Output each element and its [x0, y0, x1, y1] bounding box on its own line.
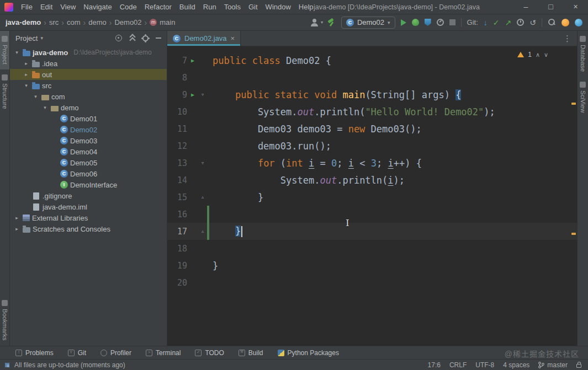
- tree-item-demointerface[interactable]: IDemoInterface: [10, 179, 167, 190]
- maximize-button[interactable]: □: [538, 0, 563, 14]
- menu-window[interactable]: Window: [262, 0, 295, 14]
- git-commit-button[interactable]: ✓: [493, 18, 500, 27]
- indent-setting[interactable]: 4 spaces: [503, 361, 529, 369]
- select-opened-file-icon[interactable]: [115, 35, 122, 41]
- menu-edit[interactable]: Edit: [36, 0, 56, 14]
- menu-file[interactable]: File: [17, 0, 36, 14]
- run-gutter-icon[interactable]: ▶: [187, 57, 198, 63]
- tree-item-com[interactable]: ▾com: [10, 91, 167, 102]
- profiler-button[interactable]: [437, 19, 444, 26]
- code-line-13[interactable]: 13▿ for (int i = 0; i < 3; i++) {: [167, 154, 577, 171]
- tree-item-gitignore[interactable]: .gitignore: [10, 190, 167, 201]
- code-line-11[interactable]: 11 Demo03 demo03 = new Demo03();: [167, 120, 577, 137]
- toolwindow-button-problems[interactable]: Problems: [15, 349, 54, 357]
- tree-item-java-demo[interactable]: ▾java-demoD:\IdeaProjects\java-demo: [10, 47, 167, 58]
- menu-run[interactable]: Run: [199, 0, 220, 14]
- collapse-all-icon[interactable]: [129, 35, 135, 41]
- menu-tools[interactable]: Tools: [220, 0, 245, 14]
- line-number[interactable]: 17: [167, 227, 187, 237]
- toolwindow-button-todo[interactable]: TODO: [195, 349, 224, 357]
- code-line-8[interactable]: 8: [167, 69, 577, 86]
- line-number[interactable]: 10: [167, 107, 187, 117]
- lock-icon[interactable]: [576, 364, 581, 368]
- line-number[interactable]: 7: [167, 56, 187, 66]
- menu-refactor[interactable]: Refactor: [141, 0, 176, 14]
- toolwindow-button-python-packages[interactable]: Python Packages: [278, 349, 339, 357]
- fold-icon[interactable]: ▿: [198, 159, 207, 167]
- breadcrumb-main[interactable]: main: [160, 18, 175, 26]
- code-line-20[interactable]: 20: [167, 274, 577, 291]
- menu-view[interactable]: View: [56, 0, 80, 14]
- tree-chevron-icon[interactable]: ▸: [23, 72, 30, 77]
- user-icon[interactable]: ▾: [310, 18, 321, 27]
- search-everywhere-icon[interactable]: [548, 18, 556, 26]
- tree-chevron-icon[interactable]: ▸: [13, 226, 20, 232]
- hide-panel-icon[interactable]: [156, 37, 161, 39]
- fold-icon[interactable]: ▵: [198, 194, 207, 201]
- code-line-10[interactable]: 10 System.out.println("Hello World! Demo…: [167, 103, 577, 120]
- breadcrumb-src[interactable]: src: [49, 18, 59, 26]
- tree-item-scratches-and-consoles[interactable]: ▸Scratches and Consoles: [10, 223, 167, 234]
- code-line-19[interactable]: 19}: [167, 257, 577, 274]
- git-branch-widget[interactable]: master: [538, 361, 568, 369]
- file-encoding[interactable]: UTF-8: [475, 361, 494, 369]
- line-number[interactable]: 8: [167, 73, 187, 83]
- tree-chevron-icon[interactable]: ▾: [32, 94, 39, 99]
- toolwindow-button-git[interactable]: Git: [68, 349, 86, 357]
- tool-stripe-bookmarks[interactable]: Bookmarks: [0, 295, 9, 346]
- git-update-button[interactable]: ↓: [484, 18, 488, 27]
- line-number[interactable]: 14: [167, 175, 187, 185]
- line-number[interactable]: 18: [167, 244, 187, 254]
- tree-item-demo03[interactable]: CDemo03: [10, 135, 167, 146]
- code-line-16[interactable]: 16: [167, 206, 577, 223]
- caret-position[interactable]: 17:6: [428, 361, 441, 369]
- tool-stripe-project[interactable]: Project: [0, 31, 9, 69]
- tree-chevron-icon[interactable]: ▸: [13, 215, 20, 221]
- breadcrumb-java-demo[interactable]: java-demo: [6, 18, 41, 26]
- menu-build[interactable]: Build: [176, 0, 199, 14]
- coverage-button[interactable]: [425, 19, 431, 26]
- line-number[interactable]: 16: [167, 210, 187, 219]
- toolwindow-button-build[interactable]: Build: [239, 349, 263, 357]
- build-project-icon[interactable]: [327, 18, 336, 27]
- toolwindow-button-profiler[interactable]: Profiler: [100, 349, 131, 357]
- menu-git[interactable]: Git: [245, 0, 262, 14]
- menu-code[interactable]: Code: [116, 0, 141, 14]
- breadcrumb-demo[interactable]: demo: [88, 18, 107, 26]
- tree-item-demo01[interactable]: CDemo01: [10, 113, 167, 124]
- next-issue-icon[interactable]: ∨: [544, 51, 548, 58]
- tree-chevron-icon[interactable]: ▾: [13, 50, 20, 55]
- code-line-9[interactable]: 9▶▿ public static void main(String[] arg…: [167, 86, 577, 103]
- minimize-button[interactable]: –: [513, 0, 538, 14]
- gear-icon[interactable]: [142, 35, 149, 41]
- quick-access-icon[interactable]: [4, 362, 10, 368]
- tab-options-icon[interactable]: ⋮: [558, 31, 577, 46]
- tool-stripe-sciview[interactable]: SciView: [578, 77, 588, 118]
- warning-stripe-mark[interactable]: [571, 233, 576, 235]
- line-number[interactable]: 12: [167, 141, 187, 151]
- tree-chevron-icon[interactable]: ▾: [23, 83, 30, 88]
- orange-plugin-icon[interactable]: [561, 19, 569, 26]
- close-button[interactable]: ×: [563, 0, 588, 14]
- history-icon[interactable]: [517, 19, 524, 26]
- editor-scrollbar[interactable]: [570, 46, 577, 346]
- toolwindow-button-terminal[interactable]: Terminal: [146, 349, 181, 357]
- tree-item-demo04[interactable]: CDemo04: [10, 146, 167, 157]
- code-line-18[interactable]: 18: [167, 240, 577, 257]
- line-ending[interactable]: CRLF: [449, 361, 467, 369]
- line-number[interactable]: 20: [167, 278, 187, 288]
- editor-tab-demo02[interactable]: C Demo02.java ×: [167, 31, 241, 46]
- line-number[interactable]: 11: [167, 124, 187, 134]
- tree-item-demo02[interactable]: CDemo02: [10, 124, 167, 135]
- code-line-17[interactable]: 17▵ }: [167, 223, 577, 240]
- tree-item-demo06[interactable]: CDemo06: [10, 168, 167, 179]
- line-number[interactable]: 15: [167, 192, 187, 202]
- tree-chevron-icon[interactable]: ▾: [41, 105, 49, 110]
- run-configuration-select[interactable]: C Demo02 ▾: [341, 17, 395, 29]
- run-button[interactable]: [401, 19, 406, 26]
- warning-stripe-mark[interactable]: [571, 103, 576, 105]
- code-line-14[interactable]: 14 System.out.println(i);: [167, 171, 577, 189]
- chevron-down-icon[interactable]: ▾: [40, 35, 43, 41]
- undo-icon[interactable]: ↺: [529, 18, 536, 27]
- blue-plugin-icon[interactable]: [575, 19, 582, 26]
